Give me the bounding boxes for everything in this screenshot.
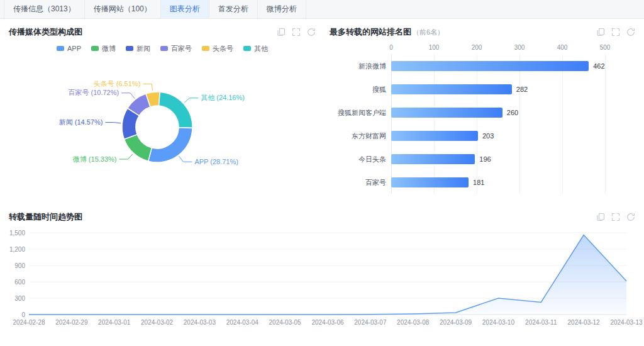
bar[interactable] [391,177,469,187]
panel-head: 转载量随时间趋势图 [5,209,639,223]
bar[interactable] [391,108,502,118]
bar-row: 新浪微博462 [326,54,639,77]
panel-title-media-type: 传播媒体类型构成图 [9,26,82,38]
x-axis-tick: 100 [429,44,440,51]
panel-actions [596,28,635,36]
donut-slice-0[interactable] [148,128,192,162]
top-sites-title-text: 最多转载的网站排名图 [330,26,411,38]
tab-spread-info[interactable]: 传播信息（3013） [4,0,85,18]
legend-label: 头条号 [213,44,233,53]
bar-row: 东方财富网203 [326,124,639,147]
bar-row: 搜狐新闻客户端260 [326,101,639,124]
bar[interactable] [391,84,512,94]
x-axis-tick: 2024-03-11 [525,319,557,326]
legend-item-3[interactable]: 百家号 [160,44,192,53]
donut-slice-label: APP (28.71%) [194,158,238,165]
bar[interactable] [391,131,478,141]
bar-value: 282 [516,86,528,93]
bar-x-axis: 0100200300400500 [326,43,639,54]
fullscreen-icon[interactable] [611,213,620,221]
x-axis-tick: 2024-03-07 [354,319,387,326]
bar-value: 181 [473,179,484,186]
bar-row: 搜狐282 [326,77,639,101]
donut-label-line [105,123,121,123]
copy-icon[interactable] [277,28,286,36]
x-axis-tick: 400 [557,44,568,51]
legend-marker [91,46,99,51]
donut-label-line [184,98,198,103]
repost-trend-area-chart[interactable]: 03006009001,2001,5002024-02-282024-02-29… [5,223,639,337]
bar-row: 今日头条196 [326,147,639,170]
tab-spread-websites[interactable]: 传播网站（100） [85,0,161,18]
legend-marker [160,46,168,51]
panel-repost-trend: 转载量随时间趋势图 03006009001,2001,5002024-02-28… [5,209,639,337]
panel-media-type-composition: 传播媒体类型构成图 APP微博新闻百家号头条号其他 头条号 (6.51%)其他 … [5,24,319,206]
top-row: 传播媒体类型构成图 APP微博新闻百家号头条号其他 头条号 (6.51%)其他 … [5,24,639,206]
bar-category-label: 今日头条 [326,154,386,164]
top-sites-bar-chart[interactable]: 0100200300400500新浪微博462搜狐282搜狐新闻客户端260东方… [326,43,639,194]
x-axis-tick: 2024-03-02 [141,319,174,326]
bar-category-label: 新浪微博 [326,61,386,70]
tab-chart-analysis[interactable]: 图表分析 [161,0,209,18]
x-axis-tick: 2024-03-06 [311,319,344,326]
y-axis-tick: 1,500 [9,230,25,237]
copy-icon[interactable] [596,213,605,221]
fullscreen-icon[interactable] [611,28,620,36]
tab-bar: 传播信息（3013）传播网站（100）图表分析首发分析微博分析 [0,0,644,19]
x-axis-tick: 2024-02-28 [13,319,45,326]
bar-value: 196 [479,155,491,163]
x-axis-tick: 500 [600,44,611,51]
legend-marker [126,46,133,51]
donut-slice-5[interactable] [159,92,192,128]
donut-label-line [121,93,135,99]
x-axis-tick: 2024-03-09 [440,319,472,326]
donut-slice-label: 新闻 (14.57%) [59,118,103,126]
legend-label: 新闻 [136,44,150,53]
trend-area[interactable] [29,235,626,315]
bar-category-label: 搜狐 [326,84,386,94]
x-axis-tick: 2024-03-05 [269,319,302,326]
legend-label: 百家号 [171,44,192,53]
x-axis-tick: 2024-03-04 [226,319,259,326]
x-axis-tick: 2024-03-12 [568,319,601,326]
bar-value: 203 [482,132,494,140]
refresh-icon[interactable] [626,28,635,36]
bar-row: 百家号181 [326,170,639,194]
refresh-icon[interactable] [626,213,635,221]
legend-item-2[interactable]: 新闻 [126,44,150,53]
x-axis-tick: 2024-03-13 [610,319,643,326]
copy-icon[interactable] [596,28,605,36]
bar-category-label: 搜狐新闻客户端 [326,108,386,117]
refresh-icon[interactable] [307,28,316,36]
x-axis-tick: 2024-03-08 [397,319,430,326]
legend-item-4[interactable]: 头条号 [202,44,233,53]
x-axis-tick: 0 [389,44,393,51]
x-axis-tick: 300 [514,44,525,51]
y-axis-tick: 600 [14,279,25,286]
panel-actions [596,213,635,221]
bar-value: 462 [593,62,604,70]
tab-weibo-analysis[interactable]: 微博分析 [258,0,306,18]
legend-marker [57,46,64,51]
tab-first-release-analysis[interactable]: 首发分析 [209,0,258,18]
media-type-donut-chart[interactable]: 头条号 (6.51%)其他 (24.16%)APP (28.71%)微博 (15… [5,53,309,179]
top-sites-subtitle: （前6名） [413,28,444,37]
y-axis-tick: 300 [14,295,25,302]
y-axis-tick: 1,200 [9,246,25,253]
fullscreen-icon[interactable] [292,28,301,36]
legend-item-0[interactable]: APP [57,45,81,52]
trend-title-text: 转载量随时间趋势图 [9,211,82,223]
donut-slice-label: 头条号 (6.51%) [94,80,141,87]
bar[interactable] [391,154,475,164]
donut-slice-label: 微博 (15.33%) [73,155,117,163]
x-axis-tick: 200 [472,44,482,51]
bar-category-label: 百家号 [326,177,386,187]
legend-item-1[interactable]: 微博 [91,44,116,53]
legend-item-5[interactable]: 其他 [243,44,268,53]
bar[interactable] [391,61,589,71]
panel-actions [277,28,316,36]
panel-title-trend: 转载量随时间趋势图 [9,211,82,223]
donut-slice-1[interactable] [124,135,152,162]
y-axis-tick: 0 [21,311,25,318]
chart-analysis-page: 传播媒体类型构成图 APP微博新闻百家号头条号其他 头条号 (6.51%)其他 … [0,19,644,342]
